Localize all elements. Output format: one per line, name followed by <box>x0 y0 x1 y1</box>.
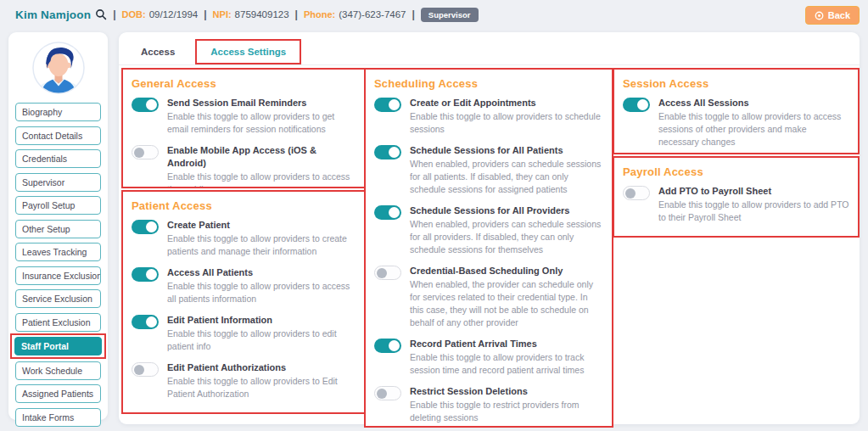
section-title: Scheduling Access <box>374 77 603 90</box>
toggle-switch-enable-mobile-app-access-ios-android[interactable] <box>132 145 159 160</box>
search-icon[interactable] <box>95 8 107 20</box>
toggle-knob <box>377 268 387 278</box>
toggle-label: Access All Sessions <box>658 97 849 109</box>
back-circle-icon <box>815 11 824 20</box>
annotation-box-staff-portal: Staff Portal <box>10 333 106 359</box>
section-scheduling-access: Scheduling AccessCreate or Edit Appointm… <box>364 68 613 428</box>
toggle-label: Schedule Sessions for All Patients <box>410 144 603 157</box>
separator: | <box>295 8 298 20</box>
toggle-row-create-patient: Create PatientEnable this toggle to allo… <box>132 219 356 258</box>
toggle-knob <box>377 389 387 399</box>
toggle-switch-create-patient[interactable] <box>132 220 159 234</box>
sidebar-item-work-schedule[interactable]: Work Schedule <box>15 361 101 380</box>
toggle-row-enable-mobile-app-access-ios-android: Enable Mobile App Access (iOS & Android)… <box>132 144 356 188</box>
sidebar-item-patient-exclusion[interactable]: Patient Exclusion <box>15 313 101 332</box>
phone-value: (347)-623-7467 <box>339 9 406 20</box>
sidebar-nav: BiographyContact DetailsCredentialsSuper… <box>8 103 108 427</box>
dob-value: 09/12/1994 <box>149 9 199 20</box>
toggle-description: Enable this toggle to restrict providers… <box>410 399 603 424</box>
toggle-switch-schedule-sessions-for-all-providers[interactable] <box>374 205 401 220</box>
toggle-knob <box>134 365 144 375</box>
toggle-row-schedule-sessions-for-all-patients: Schedule Sessions for All PatientsWhen e… <box>374 144 603 196</box>
toggle-knob <box>389 207 400 218</box>
section-payroll-access: Payroll AccessAdd PTO to Payroll SheetEn… <box>613 156 860 238</box>
toggle-knob <box>146 316 157 327</box>
toggle-description: Enable this toggle to allow providers to… <box>658 199 849 224</box>
sidebar-item-contact-details[interactable]: Contact Details <box>15 126 101 145</box>
sidebar-item-assigned-patients[interactable]: Assigned Patients <box>15 384 101 403</box>
toggle-row-edit-patient-authorizations: Edit Patient AuthorizationsEnable this t… <box>132 361 356 400</box>
sidebar-item-credentials[interactable]: Credentials <box>15 149 101 168</box>
toggle-description: Enable this toggle to allow providers to… <box>658 110 849 148</box>
toggle-description: Enable this toggle to allow providers to… <box>167 280 356 305</box>
sidebar-item-payroll-setup[interactable]: Payroll Setup <box>15 196 101 215</box>
separator: | <box>412 8 415 20</box>
toggle-row-record-patient-arrival-times: Record Patient Arrival TimesEnable this … <box>374 338 603 377</box>
toggle-switch-restrict-session-deletions[interactable] <box>374 386 401 400</box>
staff-sidebar: BiographyContact DetailsCredentialsSuper… <box>8 32 108 420</box>
toggle-label: Create or Edit Appointments <box>410 97 603 109</box>
toggle-label: Credential-Based Scheduling Only <box>410 265 603 277</box>
toggle-switch-send-session-email-reminders[interactable] <box>132 98 159 112</box>
sidebar-item-other-setup[interactable]: Other Setup <box>15 220 101 238</box>
person-avatar <box>31 41 86 95</box>
back-button[interactable]: Back <box>805 6 860 25</box>
toggle-label: Access All Patients <box>167 266 356 279</box>
tab-access[interactable]: Access <box>132 41 183 63</box>
toggle-row-access-all-sessions: Access All SessionsEnable this toggle to… <box>623 97 849 148</box>
toggle-description: Enable this toggle to allow providers to… <box>167 171 356 188</box>
toggle-switch-schedule-sessions-for-all-patients[interactable] <box>374 145 401 160</box>
separator: | <box>113 8 115 20</box>
toggle-switch-add-pto-to-payroll-sheet[interactable] <box>623 186 650 200</box>
toggle-description: Enable this toggle to allow providers to… <box>167 232 356 258</box>
toggle-switch-access-all-patients[interactable] <box>132 267 159 282</box>
sidebar-item-insurance-exclusion[interactable]: Insurance Exclusion <box>15 266 101 285</box>
toggle-label: Restrict Session Deletions <box>410 385 603 398</box>
toggle-row-access-all-patients: Access All PatientsEnable this toggle to… <box>132 266 356 305</box>
staff-name: Kim Namjoon <box>15 8 91 21</box>
toggle-label: Edit Patient Authorizations <box>167 361 356 374</box>
section-session-access: Session AccessAccess All SessionsEnable … <box>613 68 860 154</box>
section-patient-access: Patient AccessCreate PatientEnable this … <box>121 190 366 414</box>
toggle-knob <box>146 269 157 280</box>
sidebar-item-biography[interactable]: Biography <box>15 103 101 121</box>
tab-access-settings[interactable]: Access Settings <box>195 39 301 64</box>
toggle-knob <box>146 221 157 232</box>
toggle-row-credential-based-scheduling-only: Credential-Based Scheduling OnlyWhen ena… <box>374 265 603 329</box>
section-title: Patient Access <box>132 199 356 212</box>
toggle-description: When enabled, providers can schedule ses… <box>410 158 603 196</box>
toggle-knob <box>389 147 400 158</box>
toggle-row-add-pto-to-payroll-sheet: Add PTO to Payroll SheetEnable this togg… <box>623 185 849 224</box>
toggle-knob <box>146 99 157 110</box>
sidebar-item-staff-portal[interactable]: Staff Portal <box>14 337 102 355</box>
toggle-label: Record Patient Arrival Times <box>410 338 603 350</box>
toggle-label: Edit Patient Information <box>167 314 356 327</box>
section-title: General Access <box>132 77 356 90</box>
toggle-switch-access-all-sessions[interactable] <box>623 98 650 112</box>
toggle-row-create-or-edit-appointments: Create or Edit AppointmentsEnable this t… <box>374 97 603 136</box>
supervisor-badge: Supervisor <box>421 8 479 22</box>
npi-label: NPI: <box>213 9 232 20</box>
toggle-switch-credential-based-scheduling-only[interactable] <box>374 266 401 280</box>
toggle-description: Enable this toggle to allow providers to… <box>167 110 356 136</box>
toggle-switch-edit-patient-authorizations[interactable] <box>132 362 159 377</box>
toggle-label: Create Patient <box>167 219 356 232</box>
sidebar-item-service-exclusion[interactable]: Service Exclusion <box>15 289 101 308</box>
npi-value: 8759409123 <box>235 9 289 20</box>
toggle-knob <box>134 148 144 158</box>
tab-bar: Access Access Settings <box>132 39 301 64</box>
toggle-description: Enable this toggle to allow providers to… <box>410 351 603 377</box>
page-header: Kim Namjoon | DOB: 09/12/1994 | NPI: 875… <box>0 0 868 29</box>
toggle-row-edit-patient-information: Edit Patient InformationEnable this togg… <box>132 314 356 353</box>
toggle-switch-create-or-edit-appointments[interactable] <box>374 98 401 112</box>
toggle-description: When enabled, the provider can schedule … <box>410 278 603 329</box>
toggle-description: Enable this toggle to allow providers to… <box>167 327 356 353</box>
sidebar-item-intake-forms[interactable]: Intake Forms <box>15 408 101 427</box>
toggle-switch-edit-patient-information[interactable] <box>132 315 159 329</box>
sidebar-item-supervisor[interactable]: Supervisor <box>15 173 101 192</box>
staff-portal-panel: Access Access Settings General AccessSen… <box>119 32 860 424</box>
toggle-description: When enabled, providers can schedule ses… <box>410 218 603 256</box>
toggle-switch-record-patient-arrival-times[interactable] <box>374 339 401 353</box>
sidebar-item-leaves-tracking[interactable]: Leaves Tracking <box>15 243 101 261</box>
separator: | <box>204 8 206 20</box>
